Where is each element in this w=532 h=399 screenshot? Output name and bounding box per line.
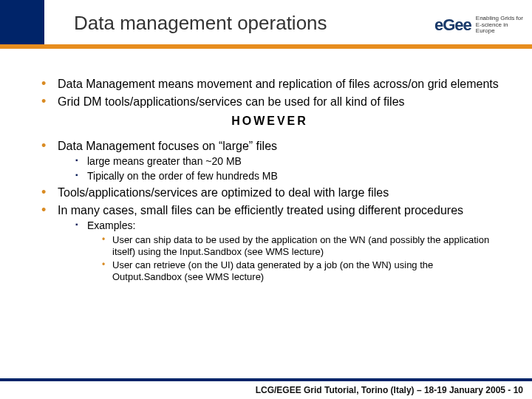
bullet-group-1: Data Management means movement and repli… [37, 77, 502, 109]
slide-content: Data Management means movement and repli… [0, 64, 532, 378]
footer-text: LCG/EGEE Grid Tutorial, Torino (Italy) –… [256, 385, 523, 395]
bullet-item: Data Management focuses on “large” files… [37, 139, 502, 183]
example-item: User can retrieve (on the UI) data gener… [100, 259, 502, 284]
logo-tagline: Enabling Grids for E-science in Europe [476, 16, 523, 35]
sub-bullet-group: large means greater than ~20 MB Tipicall… [74, 155, 502, 183]
header-orange-bar [0, 44, 532, 49]
sub-bullet-item: large means greater than ~20 MB [74, 155, 502, 168]
slide-title: Data management operations [74, 12, 327, 35]
bullet-text: In many cases, small files can be effici… [58, 204, 463, 216]
bullet-group-2: Data Management focuses on “large” files… [37, 139, 502, 284]
sub-bullet-item: Tipically on the order of few hundreds M… [74, 170, 502, 183]
bullet-item: Grid DM tools/applications/services can … [37, 95, 502, 109]
slide: Data management operations eGee Enabling… [0, 0, 532, 399]
header: Data management operations eGee Enabling… [0, 0, 532, 64]
logo-mark: eGee [434, 16, 471, 35]
examples-label: Examples: [87, 219, 135, 231]
sub-bullet-group: Examples: User can ship data to be used … [74, 219, 502, 284]
bullet-item: In many cases, small files can be effici… [37, 203, 502, 284]
bullet-item: Data Management means movement and repli… [37, 77, 502, 92]
egee-logo: eGee Enabling Grids for E-science in Eur… [434, 4, 523, 46]
sub-bullet-item: Examples: User can ship data to be used … [74, 219, 502, 284]
example-item: User can ship data to be used by the app… [100, 234, 502, 259]
example-list: User can ship data to be used by the app… [100, 234, 502, 284]
however-heading: HOWEVER [37, 114, 502, 129]
header-accent-square [0, 0, 44, 44]
footer: LCG/EGEE Grid Tutorial, Torino (Italy) –… [0, 381, 532, 399]
bullet-item: Tools/applications/services are optimize… [37, 185, 502, 200]
bullet-text: Data Management focuses on “large” files [58, 140, 277, 152]
